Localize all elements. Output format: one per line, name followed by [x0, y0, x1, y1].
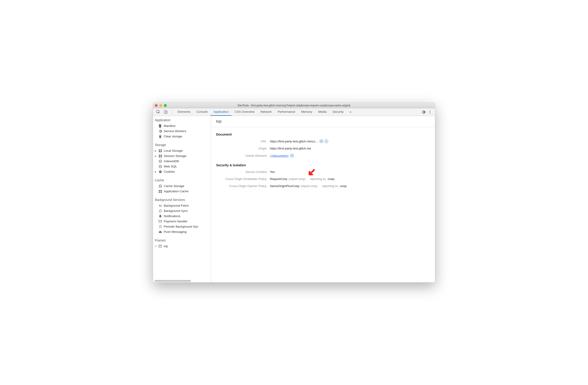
group-background-services: Background Services — [153, 196, 211, 203]
coop-report-only: (report-only) — [301, 184, 318, 188]
sidebar-item-periodic-background-sync[interactable]: Periodic Background Syn — [153, 224, 211, 229]
divider — [172, 110, 172, 114]
field-coep: Cross-Origin Embedder Policy RequireCorp… — [216, 177, 430, 181]
field-value: https://first-party-test.glitch.me/co… — [270, 139, 328, 143]
sidebar-item-label: Push Messaging — [164, 230, 187, 234]
tab-security[interactable]: Security — [330, 108, 347, 116]
grid-icon — [159, 154, 162, 158]
sidebar-item-push-messaging[interactable]: Push Messaging — [153, 229, 211, 235]
device-toggle-icon[interactable] — [163, 109, 168, 115]
field-url: URL https://first-party-test.glitch.me/c… — [216, 139, 430, 143]
panel-tabs: Elements Console Application CSS Overvie… — [175, 108, 354, 116]
field-value: SameOriginPlusCoep (report-only) reporti… — [270, 184, 347, 188]
reporting-to-label: reporting to: — [322, 184, 338, 188]
sidebar-item-payment-handler[interactable]: Payment Handler — [153, 219, 211, 224]
svg-point-30 — [321, 141, 322, 142]
sidebar-item-background-sync[interactable]: Background Sync — [153, 208, 211, 214]
group-frames: Frames — [153, 237, 211, 244]
field-value: <#document> — [270, 154, 294, 157]
card-icon — [159, 220, 162, 223]
sidebar-item-manifest[interactable]: Manifest — [153, 123, 211, 128]
sidebar-item-cookies[interactable]: ▶ Cookies — [153, 169, 211, 174]
svg-rect-28 — [159, 245, 162, 247]
tab-console[interactable]: Console — [193, 108, 211, 116]
tab-performance[interactable]: Performance — [275, 108, 298, 116]
ellipse-icon[interactable] — [319, 139, 323, 143]
coep-reporting-value: coep — [328, 177, 334, 181]
svg-rect-7 — [161, 150, 162, 150]
field-value: Yes — [270, 170, 275, 173]
reporting-to-label: reporting to: — [310, 177, 326, 181]
zoom-window-button[interactable] — [164, 104, 167, 107]
inspect-element-icon[interactable] — [155, 109, 161, 115]
window-title: DevTools - first-party-test.glitch.me/co… — [153, 104, 435, 107]
gear-icon — [159, 129, 162, 133]
minimize-window-button[interactable] — [159, 104, 162, 107]
group-cache: Cache — [153, 176, 211, 183]
svg-rect-2 — [166, 111, 167, 113]
sidebar-item-websql[interactable]: Web SQL — [153, 164, 211, 169]
chevron-down-icon: ▼ — [155, 245, 157, 247]
annotation-arrow-icon — [307, 169, 315, 177]
frame-icon — [159, 244, 162, 248]
sidebar-item-clear-storage[interactable]: Clear storage — [153, 134, 211, 139]
tabs-overflow-button[interactable]: » — [347, 108, 354, 116]
field-value: https://first-party-test.glitch.me — [270, 147, 311, 150]
updown-icon — [159, 204, 162, 207]
field-label: Origin — [216, 147, 270, 150]
sidebar-item-label: Cookies — [164, 170, 175, 173]
sidebar-item-application-cache[interactable]: Application Cache — [153, 189, 211, 194]
sidebar-item-background-fetch[interactable]: Background Fetch — [153, 203, 211, 208]
more-menu-icon[interactable] — [427, 109, 433, 115]
svg-rect-22 — [161, 190, 162, 191]
tab-network[interactable]: Network — [258, 108, 275, 116]
sidebar-item-label: Local Storage — [164, 149, 183, 152]
titlebar: DevTools - first-party-test.glitch.me/co… — [153, 103, 435, 108]
cloud-icon — [159, 230, 162, 234]
reload-icon[interactable] — [325, 139, 328, 143]
sidebar-item-label: Background Fetch — [164, 204, 189, 207]
field-label: Owner Element — [216, 154, 270, 157]
field-origin: Origin https://first-party-test.glitch.m… — [216, 147, 430, 150]
sidebar-item-label: Payment Handler — [164, 220, 188, 223]
coep-value: RequireCorp — [270, 177, 287, 181]
main-panel: top Document URL https://first-party-tes… — [211, 116, 435, 282]
sidebar-item-local-storage[interactable]: ▶ Local Storage — [153, 148, 211, 153]
tab-elements[interactable]: Elements — [175, 108, 193, 116]
svg-point-19 — [160, 172, 160, 172]
sidebar-item-cache-storage[interactable]: Cache Storage — [153, 183, 211, 189]
group-application: Application — [153, 116, 211, 123]
svg-rect-9 — [161, 151, 162, 152]
tab-application[interactable]: Application — [211, 108, 231, 116]
svg-point-17 — [160, 171, 160, 171]
application-sidebar[interactable]: Application Manifest Service Workers Cle… — [153, 116, 211, 282]
tab-css-overview[interactable]: CSS Overview — [231, 108, 258, 116]
sidebar-item-label: Background Sync — [164, 209, 188, 213]
chevron-right-icon: ▶ — [155, 171, 157, 173]
sidebar-item-frame-top[interactable]: ▼ top — [153, 244, 211, 249]
settings-icon[interactable] — [421, 109, 426, 115]
sidebar-item-session-storage[interactable]: ▶ Session Storage — [153, 153, 211, 159]
svg-point-18 — [161, 171, 161, 172]
sidebar-item-service-workers[interactable]: Service Workers — [153, 128, 211, 134]
svg-point-15 — [159, 165, 162, 166]
owner-element-link[interactable]: <#document> — [270, 154, 289, 157]
tab-media[interactable]: Media — [315, 108, 330, 116]
field-label: Cross-Origin Embedder Policy — [216, 177, 270, 181]
tab-memory[interactable]: Memory — [298, 108, 315, 116]
sidebar-item-notifications[interactable]: Notifications — [153, 214, 211, 219]
svg-point-16 — [159, 171, 162, 173]
sidebar-item-label: Service Workers — [164, 129, 186, 133]
sidebar-item-indexeddb[interactable]: IndexedDB — [153, 159, 211, 164]
code-icon[interactable] — [290, 154, 294, 157]
field-label: Secure Context — [216, 170, 270, 173]
grid-icon — [159, 149, 162, 152]
field-secure-context: Secure Context Yes — [216, 170, 430, 173]
traffic-lights — [155, 104, 167, 107]
section-security-title: Security & Isolation — [216, 163, 430, 167]
svg-point-4 — [430, 112, 430, 112]
devtools-window: DevTools - first-party-test.glitch.me/co… — [153, 103, 435, 282]
sidebar-item-label: Clear storage — [164, 135, 182, 138]
horizontal-scrollbar[interactable] — [153, 279, 211, 282]
close-window-button[interactable] — [155, 104, 158, 107]
